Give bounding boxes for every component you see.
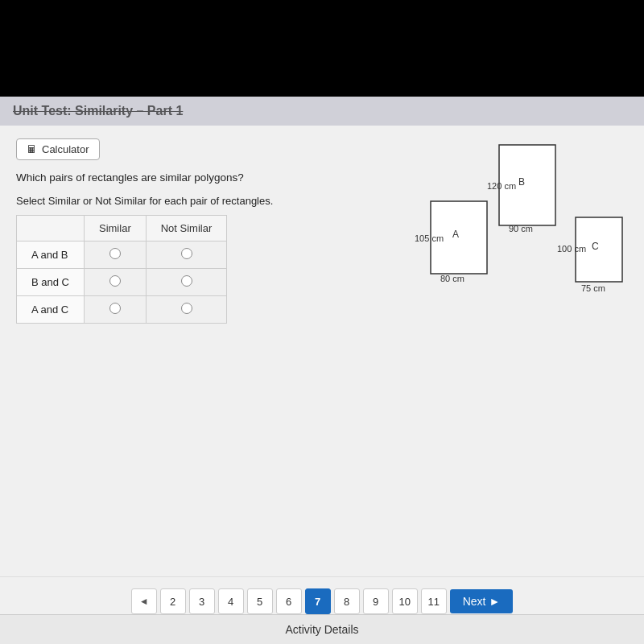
radio-bc-similar[interactable]	[84, 269, 146, 296]
prev-page-button[interactable]: ◄	[131, 588, 157, 614]
calculator-button[interactable]: 🖩 Calculator	[16, 138, 100, 160]
col-header-not-similar: Not Similar	[146, 216, 227, 242]
radio-ac-not-similar[interactable]	[146, 296, 227, 324]
radio-ab-not-similar[interactable]	[146, 242, 227, 269]
svg-text:120 cm: 120 cm	[487, 181, 516, 191]
radio-ab-similar[interactable]	[84, 242, 146, 269]
svg-text:B: B	[518, 176, 525, 188]
activity-details-bar: Activity Details	[0, 614, 644, 644]
page-7-button[interactable]: 7	[305, 588, 331, 614]
svg-text:75 cm: 75 cm	[581, 283, 605, 293]
svg-text:A: A	[452, 229, 459, 240]
page-3-button[interactable]: 3	[189, 588, 215, 614]
svg-text:80 cm: 80 cm	[440, 274, 464, 283]
svg-text:105 cm: 105 cm	[415, 233, 444, 243]
next-label: Next ►	[463, 595, 501, 608]
page-4-button[interactable]: 4	[218, 588, 244, 614]
page-title: Unit Test: Similarity – Part 1	[13, 104, 183, 118]
radio-bc-not-similar[interactable]	[146, 269, 227, 296]
row-label-ab: A and B	[17, 242, 85, 269]
svg-text:90 cm: 90 cm	[509, 224, 533, 233]
table-row: A and C	[17, 296, 227, 324]
row-label-bc: B and C	[17, 269, 85, 296]
page-9-button[interactable]: 9	[363, 588, 389, 614]
table-row: B and C	[17, 269, 227, 296]
next-button[interactable]: Next ►	[450, 589, 514, 613]
row-label-ac: A and C	[17, 296, 85, 324]
page-10-button[interactable]: 10	[392, 588, 418, 614]
page-8-button[interactable]: 8	[334, 588, 360, 614]
radio-ac-similar[interactable]	[84, 296, 146, 324]
svg-text:C: C	[592, 241, 599, 252]
col-header-similar: Similar	[84, 216, 146, 242]
activity-details-label: Activity Details	[285, 623, 358, 636]
calculator-icon: 🖩	[27, 143, 37, 155]
similarity-table: Similar Not Similar A and B B and C A an…	[16, 215, 227, 324]
page-6-button[interactable]: 6	[276, 588, 302, 614]
rectangles-diagram: 120 cm B 90 cm 105 cm A 80 cm 100 cm C 7…	[338, 137, 628, 349]
page-11-button[interactable]: 11	[421, 588, 447, 614]
table-row: A and B	[17, 242, 227, 269]
col-header-empty	[17, 216, 85, 242]
calculator-label: Calculator	[42, 143, 89, 155]
page-5-button[interactable]: 5	[247, 588, 273, 614]
page-2-button[interactable]: 2	[160, 588, 186, 614]
svg-text:100 cm: 100 cm	[557, 244, 586, 254]
